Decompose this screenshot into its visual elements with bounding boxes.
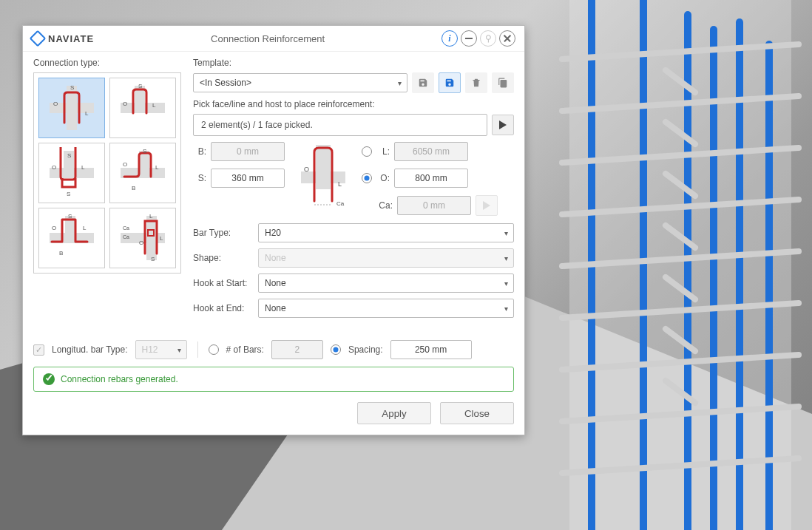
svg-text:O: O [53,101,58,107]
minimize-icon[interactable] [461,30,477,47]
connection-type-4[interactable]: O S L B [109,143,176,203]
svg-text:L: L [149,213,153,220]
svg-text:L: L [338,180,342,188]
save-as-template-button[interactable] [439,72,461,93]
svg-text:O: O [52,164,56,171]
svg-text:L: L [85,110,89,117]
svg-text:O: O [52,225,56,231]
svg-text:S: S [138,83,142,89]
pick-ca-button [476,195,498,216]
shape-select: None [258,248,514,268]
dim-l-label: L: [376,146,390,157]
connection-type-1[interactable]: O S L [38,78,105,138]
pin-icon[interactable]: ⚲ [480,30,496,47]
num-bars-radio[interactable] [209,344,219,355]
svg-text:L: L [155,164,159,171]
hook-end-select[interactable]: None [258,299,514,318]
svg-rect-54 [146,216,157,260]
svg-text:L: L [152,102,156,109]
dim-s-input[interactable] [211,169,285,188]
svg-text:Ca: Ca [336,200,345,207]
dim-s-label: S: [193,173,206,183]
connection-type-3[interactable]: O S L S [38,143,105,203]
delete-template-button[interactable] [465,72,487,93]
longitud-type-select: H12 [135,340,187,359]
svg-text:L: L [160,235,163,242]
svg-text:L: L [81,164,85,171]
svg-rect-63 [316,145,331,189]
status-text: Connection rebars generated. [61,374,178,384]
svg-rect-42 [139,151,149,178]
svg-text:O: O [304,166,309,173]
connection-reinforcement-dialog: NAVIATE Connection Reinforcement i ⚲ Con… [22,25,525,435]
dim-b-input [211,142,285,161]
svg-text:Ca: Ca [123,225,129,231]
hook-start-select[interactable]: None [258,274,514,293]
close-icon[interactable] [499,30,515,47]
svg-text:S: S [67,152,71,159]
svg-text:O: O [139,239,143,246]
connection-type-6[interactable]: Ca Ca L O S L [109,208,176,268]
bar-type-select[interactable]: H20 [258,223,514,242]
pick-instruction: Pick face/line and host to place reinfor… [193,99,514,109]
dim-o-input[interactable] [394,169,468,188]
spacing-radio[interactable] [331,344,341,355]
dim-b-label: B: [193,146,206,157]
dim-ca-input [397,196,471,215]
titlebar: NAVIATE Connection Reinforcement i ⚲ [23,26,524,52]
hook-start-label: Hook at Start: [193,278,252,288]
picked-elements-display: 2 element(s) / 1 face picked. [193,114,487,136]
svg-text:B: B [59,250,63,256]
connection-type-2[interactable]: O S L [109,78,176,138]
save-template-button[interactable] [412,72,434,93]
spacing-label: Spacing: [348,344,383,355]
longitud-checkbox[interactable]: ✓ [33,344,44,356]
connection-type-label: Connection type: [33,58,181,68]
close-button[interactable]: Close [440,402,514,424]
svg-text:S: S [143,148,146,154]
dim-o-radio[interactable] [362,173,372,183]
svg-text:S: S [70,84,74,91]
template-label: Template: [193,58,514,68]
hook-end-label: Hook at End: [193,303,252,313]
svg-text:B: B [132,185,135,191]
pick-button[interactable] [492,115,514,135]
svg-text:S: S [68,213,72,220]
num-bars-label: # of Bars: [226,344,264,355]
spacing-input[interactable] [390,340,472,359]
connection-type-grid: O S L O S L [33,72,181,274]
info-icon[interactable]: i [441,30,458,47]
dim-l-input [394,142,468,161]
svg-text:S: S [151,256,155,262]
shape-label: Shape: [193,253,252,263]
bar-type-label: Bar Type: [193,228,252,238]
dialog-title: Connection Reinforcement [94,33,441,44]
dim-o-label: O: [376,173,390,183]
svg-text:Ca: Ca [123,234,129,239]
svg-text:O: O [123,161,127,168]
dim-ca-label: Ca: [376,200,393,211]
status-bar: Connection rebars generated. [33,367,514,392]
naviate-logo-icon [30,30,47,47]
copy-template-button[interactable] [492,72,514,93]
dim-l-radio[interactable] [362,146,372,157]
shape-preview-diagram: O L Ca [294,142,353,216]
connection-type-5[interactable]: O S L B [38,208,105,268]
apply-button[interactable]: Apply [357,402,431,424]
num-bars-input [271,340,323,359]
svg-text:O: O [123,101,127,107]
brand-logo: NAVIATE [32,33,94,44]
svg-text:S: S [67,191,70,197]
longitud-label: Longitud. bar Type: [52,344,128,355]
svg-text:L: L [83,225,87,231]
template-select[interactable]: <In Session> [193,73,407,92]
success-icon [43,373,55,385]
brand-text: NAVIATE [48,33,94,44]
